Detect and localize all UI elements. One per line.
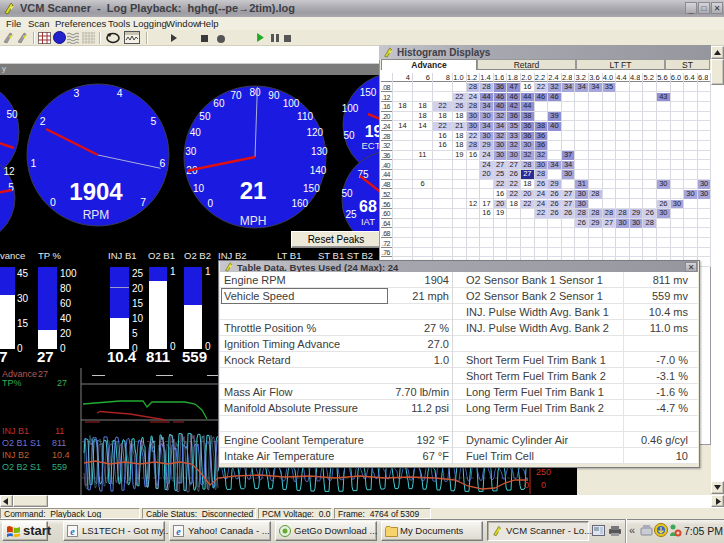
svg-text:150: 150 <box>303 183 320 194</box>
svg-text:21: 21 <box>240 177 267 204</box>
svg-text:50: 50 <box>199 111 211 122</box>
svg-text:10: 10 <box>193 183 205 194</box>
svg-text:e: e <box>176 526 181 537</box>
svg-text:150: 150 <box>360 87 377 98</box>
svg-text:30: 30 <box>185 146 197 157</box>
svg-text:IAT: IAT <box>361 216 375 227</box>
svg-text:110: 110 <box>297 111 313 122</box>
svg-text:0: 0 <box>524 480 529 490</box>
svg-text:RPM: RPM <box>83 208 110 222</box>
svg-text:160: 160 <box>291 198 308 209</box>
svg-text:2: 2 <box>40 115 46 127</box>
svg-text:25: 25 <box>345 209 357 220</box>
svg-text:5: 5 <box>150 115 156 127</box>
svg-text:60: 60 <box>213 98 225 109</box>
svg-text:40: 40 <box>190 127 202 138</box>
svg-text:120: 120 <box>306 127 323 138</box>
svg-text:1: 1 <box>31 157 37 169</box>
svg-text:MPH: MPH <box>240 214 267 228</box>
svg-text:130: 130 <box>311 146 328 157</box>
svg-text:3: 3 <box>73 87 79 99</box>
svg-text:50: 50 <box>6 109 18 120</box>
svg-text:80: 80 <box>249 87 261 98</box>
svg-text:7: 7 <box>140 196 146 208</box>
svg-text:1904: 1904 <box>69 178 123 205</box>
svg-text:192: 192 <box>365 123 379 140</box>
svg-text:250: 250 <box>536 467 551 477</box>
svg-text:50: 50 <box>343 130 355 141</box>
svg-text:100: 100 <box>283 98 300 109</box>
svg-text:4: 4 <box>117 87 123 99</box>
svg-text:6: 6 <box>160 157 166 169</box>
svg-text:12: 12 <box>3 166 15 177</box>
svg-text:100: 100 <box>342 103 359 114</box>
svg-text:0: 0 <box>207 198 213 209</box>
svg-text:0: 0 <box>50 196 56 208</box>
svg-text:ECT: ECT <box>362 140 380 151</box>
svg-text:70: 70 <box>231 90 243 101</box>
svg-text:90: 90 <box>268 90 280 101</box>
svg-text:68: 68 <box>359 198 377 215</box>
svg-text:50: 50 <box>341 188 353 199</box>
svg-text:140: 140 <box>310 165 327 176</box>
svg-text:e: e <box>70 526 75 537</box>
svg-text:0: 0 <box>541 480 546 490</box>
